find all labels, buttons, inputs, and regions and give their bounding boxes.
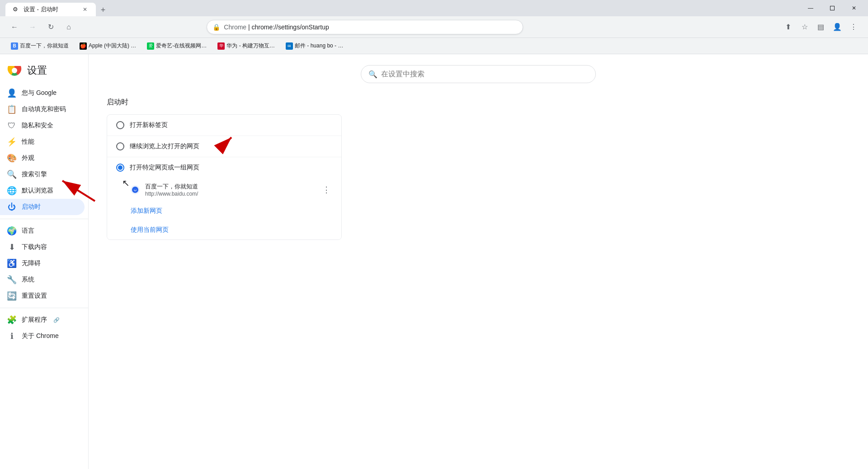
- bookmark-favicon-apple: 🍎: [80, 42, 87, 50]
- site-name-baidu: 百度一下，你就知道: [145, 183, 315, 191]
- sidebar-label-downloads: 下载内容: [22, 243, 47, 251]
- active-tab[interactable]: ⚙ 设置 - 启动时 ✕: [5, 3, 96, 16]
- sidebar-item-performance[interactable]: ⚡ 性能: [0, 134, 85, 150]
- radio-option-newtab[interactable]: 打开新标签页: [107, 115, 341, 136]
- startup-icon: ⏻: [7, 202, 16, 211]
- sidebar-label-reset: 重置设置: [22, 292, 47, 300]
- restore-icon: [830, 6, 835, 10]
- new-tab-button[interactable]: +: [97, 4, 109, 16]
- sidebar-item-downloads[interactable]: ⬇ 下载内容: [0, 239, 85, 255]
- sidebar-item-startup[interactable]: ⏻ 启动时: [0, 199, 85, 215]
- bookmark-favicon-huawei: 华: [217, 42, 225, 50]
- forward-button[interactable]: →: [25, 20, 40, 34]
- sidebar-label-extensions: 扩展程序: [22, 316, 47, 324]
- tab-title: 设置 - 启动时: [24, 5, 58, 14]
- bookmarks-bar: B 百度一下，你就知道 🍎 Apple (中国大陆) … 爱 爱奇艺-在线视频网…: [0, 38, 868, 54]
- refresh-button[interactable]: ↻: [43, 20, 58, 34]
- sidebar-item-reset[interactable]: 🔄 重置设置: [0, 288, 85, 304]
- sidebar-toggle[interactable]: ▤: [814, 20, 828, 34]
- site-favicon-baidu: [131, 185, 140, 194]
- sidebar-item-appearance[interactable]: 🎨 外观: [0, 150, 85, 166]
- sidebar-item-privacy[interactable]: 🛡 隐私和安全: [0, 117, 85, 134]
- svg-point-2: [12, 68, 17, 73]
- radio-label-specific: 打开特定网页或一组网页: [130, 164, 199, 172]
- url-brand: Chrome: [224, 23, 246, 31]
- url-bar[interactable]: 🔒 Chrome | chrome://settings/onStartup: [207, 20, 523, 34]
- bookmark-apple[interactable]: 🍎 Apple (中国大陆) …: [76, 40, 140, 52]
- sidebar-header: 设置: [0, 60, 88, 85]
- bookmark-label-iqiyi: 爱奇艺-在线视频网…: [156, 42, 207, 50]
- toolbar-icons: ⬆ ☆ ▤ 👤 ⋮: [781, 20, 861, 34]
- system-icon: 🔧: [7, 275, 16, 284]
- radio-option-continue[interactable]: 继续浏览上次打开的网页: [107, 136, 341, 157]
- share-icon[interactable]: ⬆: [781, 20, 796, 34]
- menu-icon[interactable]: ⋮: [846, 20, 861, 34]
- sidebar-label-startup: 启动时: [22, 203, 41, 211]
- sidebar-label-search: 搜索引擎: [22, 170, 47, 178]
- bookmark-favicon-baidu: B: [11, 42, 18, 50]
- sidebar-item-default-browser[interactable]: 🌐 默认浏览器: [0, 183, 85, 199]
- sidebar-item-accessibility[interactable]: ♿ 无障碍: [0, 255, 85, 272]
- bookmark-label-huawei: 华为 - 构建万物互…: [226, 42, 275, 50]
- extensions-icon: 🧩: [7, 315, 16, 324]
- url-separator: |: [248, 23, 252, 31]
- reset-icon: 🔄: [7, 291, 16, 300]
- window-controls: — ✕: [800, 1, 864, 15]
- sidebar-label-language: 语言: [22, 227, 34, 235]
- bookmark-label-apple: Apple (中国大陆) …: [89, 42, 136, 50]
- radio-label-continue: 继续浏览上次打开的网页: [130, 142, 199, 150]
- radio-circle-continue: [116, 142, 124, 150]
- close-button[interactable]: ✕: [844, 1, 864, 15]
- url-path: chrome://settings/onStartup: [252, 23, 329, 31]
- tab-close-button[interactable]: ✕: [81, 6, 89, 13]
- use-current-row: 使用当前网页: [107, 220, 341, 239]
- search-icon: 🔍: [368, 70, 377, 79]
- sidebar-item-language[interactable]: 🌍 语言: [0, 223, 85, 239]
- use-current-page-link[interactable]: 使用当前网页: [131, 226, 169, 234]
- bookmark-favicon-mail: ✉: [286, 42, 293, 50]
- add-new-page-link[interactable]: 添加新网页: [131, 207, 162, 215]
- bookmark-label-mail: 邮件 - huang bo - …: [295, 42, 343, 50]
- sidebar-label-appearance: 外观: [22, 154, 34, 162]
- bookmark-label-baidu: 百度一下，你就知道: [20, 42, 69, 50]
- sidebar-divider-2: [0, 308, 88, 308]
- minimize-button[interactable]: —: [800, 1, 821, 15]
- bookmark-huawei[interactable]: 华 华为 - 构建万物互…: [214, 40, 278, 52]
- default-browser-icon: 🌐: [7, 186, 16, 195]
- site-row-baidu: 百度一下，你就知道 http://www.baidu.com/ ⋮: [107, 178, 341, 202]
- lock-icon: 🔒: [212, 23, 220, 31]
- radio-circle-specific: [116, 164, 124, 172]
- accessibility-icon: ♿: [7, 259, 16, 268]
- sidebar-label-performance: 性能: [22, 138, 34, 146]
- sidebar-label-accessibility: 无障碍: [22, 259, 41, 267]
- tab-favicon: ⚙: [13, 6, 20, 13]
- radio-option-specific[interactable]: 打开特定网页或一组网页: [107, 157, 341, 178]
- search-input[interactable]: [381, 70, 588, 78]
- home-button[interactable]: ⌂: [61, 20, 76, 34]
- sidebar-label-google: 您与 Google: [22, 89, 57, 97]
- section-title: 启动时: [107, 98, 850, 107]
- radio-label-newtab: 打开新标签页: [130, 121, 168, 129]
- main-panel: 🔍 启动时 打开新标签页 继续浏览上次打开的网页: [89, 54, 868, 469]
- sidebar-label-autofill: 自动填充和密码: [22, 105, 66, 113]
- bookmark-mail[interactable]: ✉ 邮件 - huang bo - …: [282, 40, 347, 52]
- sidebar-divider-1: [0, 219, 88, 219]
- search-engine-icon: 🔍: [7, 170, 16, 179]
- sidebar-item-search[interactable]: 🔍 搜索引擎: [0, 166, 85, 183]
- bookmark-baidu[interactable]: B 百度一下，你就知道: [7, 40, 72, 52]
- restore-button[interactable]: [822, 1, 843, 15]
- site-menu-baidu[interactable]: ⋮: [321, 183, 332, 197]
- search-box[interactable]: 🔍: [361, 65, 596, 83]
- sidebar-item-autofill[interactable]: 📋 自动填充和密码: [0, 101, 85, 117]
- bookmark-icon[interactable]: ☆: [797, 20, 812, 34]
- sidebar-item-about[interactable]: ℹ 关于 Chrome: [0, 328, 85, 344]
- sidebar-item-extensions[interactable]: 🧩 扩展程序 🔗: [0, 312, 85, 328]
- back-button[interactable]: ←: [7, 20, 22, 34]
- sidebar-label-default-browser: 默认浏览器: [22, 187, 53, 195]
- bookmark-iqiyi[interactable]: 爱 爱奇艺-在线视频网…: [143, 40, 210, 52]
- profile-icon[interactable]: 👤: [830, 20, 844, 34]
- sidebar-item-google[interactable]: 👤 您与 Google: [0, 85, 85, 101]
- sidebar-item-system[interactable]: 🔧 系统: [0, 272, 85, 288]
- url-text: Chrome | chrome://settings/onStartup: [224, 23, 517, 31]
- sidebar-label-privacy: 隐私和安全: [22, 122, 53, 130]
